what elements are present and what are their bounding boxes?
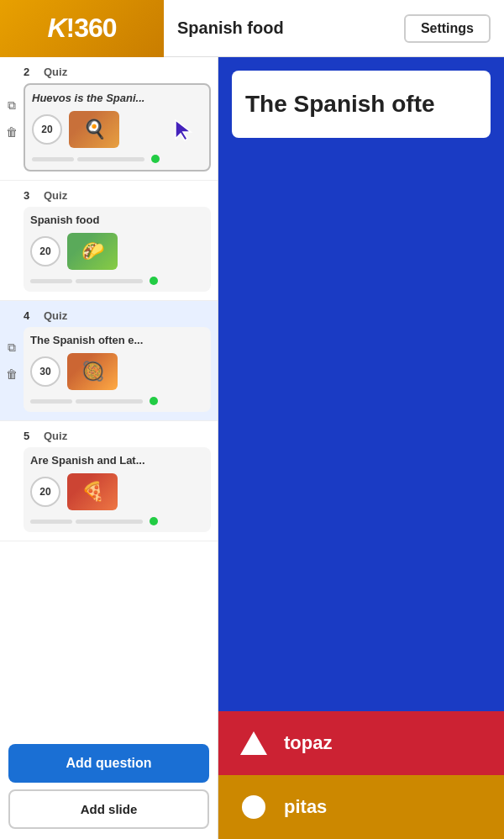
quiz-title-2: Huevos is the Spani... (32, 92, 202, 104)
quiz-item-4-header: 4 Quiz (24, 309, 211, 322)
quiz-item-2[interactable]: ⧉ 🗑 2 Quiz Huevos is the Spani... 20 🍳 (0, 57, 218, 181)
quiz-item-2-header: 2 Quiz (24, 66, 211, 78)
sidebar: ⧉ 🗑 2 Quiz Huevos is the Spani... 20 🍳 (0, 57, 218, 839)
trash-icon-4[interactable]: 🗑 (2, 364, 22, 384)
page-title: Spanish food (177, 18, 284, 38)
quiz-type-3: Quiz (44, 189, 67, 202)
quiz-card-body-3: 20 🌮 (30, 233, 204, 270)
quiz-item-3-header: 3 Quiz (24, 189, 211, 202)
main-content: The Spanish ofte topaz pitas (218, 57, 504, 839)
answer-options: topaz pitas (218, 138, 504, 839)
quiz-bars-5 (30, 517, 204, 525)
quiz-number-2: 2 (24, 66, 39, 78)
quiz-bars-3 (30, 277, 204, 285)
quiz-type-2: Quiz (44, 66, 67, 78)
quiz-title-4: The Spanish often e... (30, 334, 204, 346)
quiz-card-body-5: 20 🍕 (30, 473, 204, 510)
quiz-item-3[interactable]: 3 Quiz Spanish food 20 🌮 (0, 181, 218, 301)
thumbnail-emoji-5: 🍕 (81, 481, 104, 503)
quiz-thumbnail-4: 🥘 (67, 353, 118, 390)
dot-3 (150, 277, 158, 285)
quiz-number-5: 5 (24, 430, 39, 442)
quiz-card-body-2: 20 🍳 (32, 111, 202, 148)
quiz-card-4[interactable]: The Spanish often e... 30 🥘 (24, 327, 211, 412)
bar-4a (30, 399, 72, 404)
answer-label-pitas: pitas (284, 796, 327, 818)
bar-2b (77, 157, 144, 161)
copy-icon-2[interactable]: ⧉ (2, 95, 22, 115)
add-buttons: Add question Add slide (0, 734, 218, 839)
dot-5 (150, 517, 158, 525)
bar-5b (76, 520, 143, 524)
thumbnail-emoji-3: 🌮 (81, 240, 104, 262)
quiz-type-4: Quiz (44, 309, 67, 322)
quiz-points-3: 20 (30, 236, 60, 266)
thumbnail-emoji-2: 🍳 (83, 119, 106, 140)
quiz-item-5[interactable]: 5 Quiz Are Spanish and Lat... 20 🍕 (0, 421, 218, 541)
settings-button[interactable]: Settings (404, 14, 491, 43)
answer-option-pitas[interactable]: pitas (218, 775, 504, 839)
main-layout: ⧉ 🗑 2 Quiz Huevos is the Spani... 20 🍳 (0, 57, 504, 839)
quiz-points-2: 20 (32, 114, 62, 145)
quiz-points-4: 30 (30, 356, 60, 387)
quiz-card-5[interactable]: Are Spanish and Lat... 20 🍕 (24, 447, 211, 532)
quiz-title-5: Are Spanish and Lat... (30, 454, 204, 467)
dot-2 (151, 155, 160, 163)
quiz-item-4[interactable]: ⧉ 🗑 4 Quiz The Spanish often e... 30 🥘 (0, 301, 218, 421)
header: K!360 Spanish food Settings (0, 0, 504, 57)
quiz-thumbnail-3: 🌮 (67, 233, 118, 270)
question-text: The Spanish ofte (245, 91, 435, 118)
dot-4 (150, 397, 158, 405)
answer-option-topaz[interactable]: topaz (218, 711, 504, 775)
logo: K!360 (47, 13, 116, 44)
quiz-bars-2 (32, 155, 202, 163)
bar-3b (76, 279, 143, 283)
add-question-button[interactable]: Add question (8, 744, 209, 783)
quiz-type-5: Quiz (44, 430, 67, 442)
bar-4b (76, 399, 143, 404)
quiz-card-body-4: 30 🥘 (30, 353, 204, 390)
bar-3a (30, 279, 72, 283)
quiz-item-5-header: 5 Quiz (24, 430, 211, 442)
copy-icon-4[interactable]: ⧉ (2, 337, 22, 357)
trash-icon-2[interactable]: 🗑 (2, 122, 22, 142)
quiz-bars-4 (30, 397, 204, 405)
quiz-card-3[interactable]: Spanish food 20 🌮 (24, 207, 211, 292)
quiz-title-3: Spanish food (30, 214, 204, 226)
quiz-number-3: 3 (24, 189, 39, 202)
circle-icon (239, 792, 269, 822)
logo-area: K!360 (0, 0, 164, 57)
quiz-number-4: 4 (24, 309, 39, 322)
triangle-icon (239, 728, 269, 758)
thumbnail-emoji-4: 🥘 (81, 361, 104, 383)
quiz-card-2[interactable]: Huevos is the Spani... 20 🍳 (24, 83, 211, 171)
quiz-points-5: 20 (30, 477, 60, 507)
bar-5a (30, 520, 72, 524)
quiz-thumbnail-2: 🍳 (69, 111, 119, 148)
answer-label-topaz: topaz (284, 732, 332, 754)
question-box: The Spanish ofte (232, 71, 491, 138)
quiz-thumbnail-5: 🍕 (67, 473, 118, 510)
bar-2a (32, 157, 74, 161)
header-center: Spanish food Settings (164, 14, 504, 43)
add-slide-button[interactable]: Add slide (8, 789, 209, 829)
